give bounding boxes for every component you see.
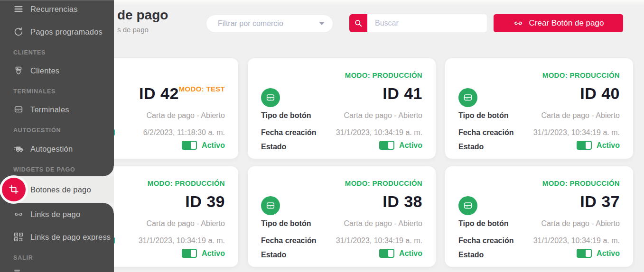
pos-shield-icon [13, 65, 24, 76]
date-value: 31/1/2023, 10:34:19 a. m. [336, 236, 422, 245]
card-reader-icon [458, 88, 477, 107]
toggle-knob [388, 142, 393, 149]
payment-button-card: MODO: PRODUCCIÓNID 37Tipo de botónFecha … [445, 166, 633, 267]
state-row: Activo [182, 249, 225, 258]
sidebar-item-autogestion[interactable]: Autogestión [0, 140, 114, 158]
sidebar-item-pagos-programados[interactable]: Pagos programados [0, 23, 114, 41]
card-reader-icon [458, 196, 477, 215]
menu-icon [13, 4, 24, 14]
logout-icon [14, 270, 20, 272]
link-icon [513, 18, 523, 28]
sidebar-item-recurrencias[interactable]: Recurrencias [0, 0, 114, 18]
card-id: ID 37 [580, 192, 620, 210]
qr-code-icon [13, 232, 24, 242]
state-row: Activo [379, 141, 422, 150]
page-subtitle: s de pago [117, 26, 149, 34]
sidebar-item-label: Clientes [30, 66, 59, 75]
status-toggle[interactable] [182, 141, 197, 150]
create-payment-button[interactable]: Crear Botón de pago [494, 14, 623, 32]
search-input[interactable] [367, 14, 487, 32]
sidebar-item-links-de-pago[interactable]: Links de pago [0, 205, 114, 223]
card-reader-icon [261, 196, 280, 215]
chevron-down-icon [319, 22, 324, 25]
status-badge: Activo [399, 141, 422, 150]
crop-icon [2, 178, 26, 201]
sidebar-item-links-de-pago-express[interactable]: Links de pago express [0, 228, 114, 246]
sidebar-item-label: Links de pago express [30, 233, 111, 242]
status-badge: Activo [202, 141, 225, 150]
sidebar-item-clientes[interactable]: Clientes [0, 62, 114, 80]
payment-button-card: MODO: PRODUCCIÓNID 40Tipo de botónFecha … [445, 58, 633, 159]
type-label: Tipo de botón [458, 219, 508, 228]
status-badge: Activo [597, 141, 620, 150]
card-reader-icon [13, 104, 24, 115]
date-label: Fecha creación [458, 128, 514, 137]
card-id: ID 40 [580, 84, 620, 102]
status-badge: Activo [202, 249, 225, 258]
mode-badge: MODO: PRODUCCIÓN [345, 71, 422, 79]
page-title: de pago [117, 8, 168, 23]
search-button[interactable] [349, 14, 367, 32]
sidebar: RecurrenciasPagos programadosCLIENTESCli… [0, 0, 114, 272]
status-toggle[interactable] [379, 249, 394, 258]
state-row: Activo [379, 249, 422, 258]
sidebar-item-label: Pagos programados [30, 27, 103, 36]
type-value: Carta de pago - Abierto [344, 219, 422, 228]
sidebar-item-label: Autogestión [30, 145, 73, 154]
merchant-filter-select[interactable]: Filtrar por comercio [206, 15, 333, 33]
state-label: Estado [458, 143, 484, 151]
card-id: ID 39 [185, 192, 225, 210]
status-toggle[interactable] [577, 249, 592, 258]
date-value: 31/1/2023, 10:34:19 a. m. [533, 236, 620, 245]
toggle-knob [586, 142, 591, 149]
mode-badge: MODO: PRODUCCIÓN [148, 179, 225, 187]
date-label: Fecha creación [261, 128, 317, 137]
refresh-icon [13, 27, 24, 37]
status-badge: Activo [399, 249, 422, 258]
type-value: Carta de pago - Abierto [147, 111, 225, 120]
date-label: Fecha creación [458, 236, 514, 245]
status-toggle[interactable] [577, 141, 592, 150]
type-label: Tipo de botón [261, 111, 311, 120]
mode-badge: MODO: PRODUCCIÓN [345, 179, 422, 187]
search-bar[interactable] [349, 14, 487, 32]
status-toggle[interactable] [379, 141, 394, 150]
merchant-filter-placeholder: Filtrar por comercio [218, 19, 283, 28]
sidebar-section-salir: SALIR [13, 254, 33, 263]
state-label: Estado [458, 251, 484, 259]
sidebar-item-label: Terminales [30, 105, 69, 114]
state-row: Activo [182, 141, 225, 150]
sidebar-section-terminales: TERMINALES [13, 88, 56, 97]
date-value: 31/1/2023, 10:34:19 a. m. [139, 236, 225, 245]
toggle-knob [388, 250, 393, 257]
sidebar-item-terminales[interactable]: Terminales [0, 100, 114, 118]
mode-badge: MODO: PRODUCCIÓN [542, 71, 620, 79]
card-id: ID 42MODO: TEST [139, 84, 225, 102]
type-value: Carta de pago - Abierto [541, 219, 620, 228]
date-value: 6/2/2023, 11:18:30 a. m. [143, 128, 225, 137]
toggle-knob [191, 142, 196, 149]
sidebar-section-autogestion: AUTOGESTIÓN [13, 127, 61, 136]
sidebar-curve-top [103, 166, 114, 176]
type-value: Carta de pago - Abierto [344, 111, 422, 120]
toggle-knob [586, 250, 591, 257]
mode-badge: MODO: PRODUCCIÓN [542, 179, 620, 187]
type-label: Tipo de botón [261, 219, 311, 228]
link-icon [13, 209, 24, 219]
status-toggle[interactable] [182, 249, 197, 258]
search-icon [354, 18, 363, 28]
date-value: 31/1/2023, 10:34:19 a. m. [533, 128, 620, 137]
state-label: Estado [261, 143, 286, 151]
payment-button-card: MODO: PRODUCCIÓNID 38Tipo de botónFecha … [248, 166, 436, 267]
type-label: Tipo de botón [458, 111, 508, 120]
sidebar-section-clientes: CLIENTES [13, 49, 46, 58]
sidebar-item-botones-de-pago[interactable]: Botones de pago [0, 176, 114, 203]
date-value: 31/1/2023, 10:34:19 a. m. [336, 128, 422, 137]
toggle-knob [191, 250, 196, 257]
date-label: Fecha creación [261, 236, 317, 245]
status-badge: Activo [597, 249, 620, 258]
sidebar-item-label: Links de pago [30, 210, 80, 219]
card-id: ID 41 [383, 84, 422, 102]
card-reader-icon [261, 88, 280, 107]
payment-button-card: MODO: PRODUCCIÓNID 41Tipo de botónFecha … [248, 58, 436, 159]
